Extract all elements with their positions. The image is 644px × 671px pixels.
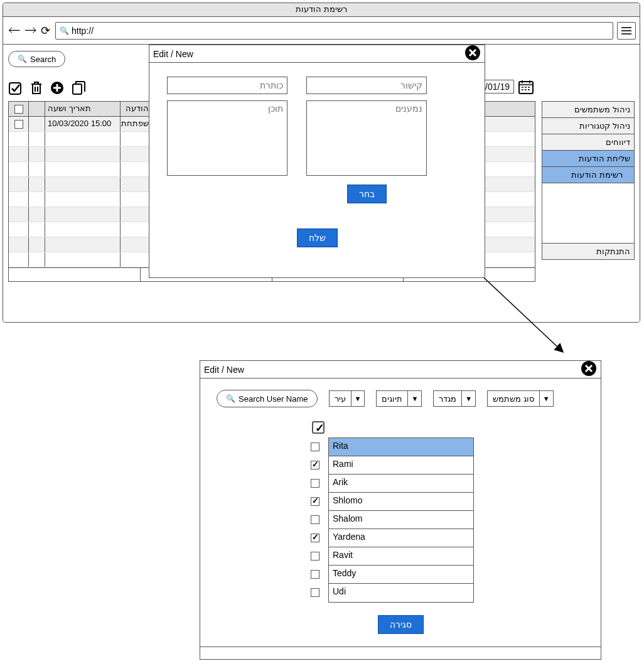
user-checkbox[interactable]	[311, 552, 319, 561]
search-placeholder: Search	[30, 55, 56, 64]
sidebar-item-message-list[interactable]: רשימת הודעות	[542, 167, 634, 183]
delete-icon[interactable]	[30, 80, 43, 95]
sidebar: ניהול משתמשים ניהול קטגוריות דיווחים שלי…	[542, 101, 635, 260]
back-icon[interactable]: 🡐	[7, 23, 22, 38]
user-row[interactable]: Teddy	[329, 566, 473, 584]
send-button[interactable]: שלח	[297, 228, 338, 247]
url-text: http://	[72, 26, 94, 36]
user-checkbox[interactable]	[311, 461, 319, 470]
select-all-checkbox[interactable]	[14, 105, 23, 114]
select-all-icon[interactable]	[8, 80, 23, 95]
app-window: רשימת הודעות 🡐 🡒 ⟳ 🔍 http:// 🔍 Search	[3, 3, 640, 323]
sidebar-item-reports[interactable]: דיווחים	[542, 134, 634, 151]
filter-tags[interactable]: תיוגים ▼	[376, 390, 422, 407]
recipients-input[interactable]	[306, 100, 427, 176]
user-row[interactable]: Arik	[329, 475, 473, 493]
body-input[interactable]	[167, 100, 287, 176]
user-checkbox[interactable]	[311, 515, 319, 524]
search-icon: 🔍	[226, 394, 235, 403]
user-checkbox[interactable]	[311, 570, 319, 579]
search-input[interactable]: 🔍 Search	[8, 51, 65, 67]
user-checkbox[interactable]	[311, 534, 319, 542]
window-title: רשימת הודעות	[3, 3, 640, 17]
url-bar[interactable]: 🔍 http://	[55, 22, 613, 40]
menu-icon[interactable]	[617, 22, 636, 40]
user-row[interactable]: Yardena	[329, 529, 473, 547]
forward-icon[interactable]: 🡒	[23, 23, 38, 38]
close-button[interactable]: סגירה	[378, 615, 424, 634]
browser-toolbar: 🡐 🡒 ⟳ 🔍 http://	[3, 17, 640, 45]
user-row[interactable]: Rami	[329, 456, 473, 475]
filter-usertype[interactable]: סוג משתמש ▼	[487, 390, 554, 407]
choose-button[interactable]: בחר	[347, 185, 387, 203]
modal-statusbar	[200, 647, 601, 659]
user-checkbox[interactable]	[311, 588, 319, 597]
chevron-down-icon: ▼	[407, 391, 421, 406]
reload-icon[interactable]: ⟳	[40, 24, 51, 38]
row-checkbox[interactable]	[14, 120, 23, 129]
user-checkbox[interactable]	[311, 497, 319, 506]
col-date: תאריך ושעה	[45, 102, 121, 116]
close-icon[interactable]	[581, 360, 597, 379]
user-row[interactable]: Udi	[329, 584, 473, 602]
modal-title-text: Edit / New	[204, 365, 244, 375]
sidebar-item-send-messages[interactable]: שליחת הודעות	[542, 151, 634, 167]
user-picker-modal: Edit / New 🔍 Search User Name עיר ▼ תיוג…	[200, 360, 601, 660]
user-row[interactable]: Shlomo	[329, 493, 473, 511]
sidebar-spacer	[542, 183, 634, 244]
sidebar-item-users[interactable]: ניהול משתמשים	[542, 102, 634, 118]
filter-city[interactable]: עיר ▼	[329, 390, 365, 407]
sidebar-item-categories[interactable]: ניהול קטגוריות	[542, 118, 634, 134]
copy-icon[interactable]	[71, 80, 87, 96]
select-all-checkbox[interactable]	[312, 421, 325, 434]
link-input[interactable]	[306, 77, 427, 94]
user-row[interactable]: Shalom	[329, 511, 473, 529]
calendar-icon[interactable]	[518, 78, 534, 95]
user-search-input[interactable]: 🔍 Search User Name	[217, 390, 318, 407]
search-icon: 🔍	[60, 26, 69, 35]
close-icon[interactable]	[464, 45, 481, 63]
chevron-down-icon: ▼	[461, 391, 475, 406]
col-status: הודעה	[121, 102, 152, 116]
user-list: RitaRamiArikShlomoShalomYardenaRavitTedd…	[328, 437, 474, 603]
sidebar-item-logout[interactable]: התנתקות	[542, 244, 634, 259]
user-checkbox[interactable]	[311, 443, 319, 451]
user-row[interactable]: Ravit	[329, 547, 473, 566]
chevron-down-icon: ▼	[539, 391, 553, 406]
modal-title-text: Edit / New	[153, 49, 193, 59]
search-icon: 🔍	[18, 55, 27, 63]
user-checkbox[interactable]	[311, 479, 319, 488]
subject-input[interactable]	[167, 77, 287, 94]
edit-modal: Edit / New בחר שלח	[149, 45, 485, 278]
add-icon[interactable]	[50, 80, 65, 95]
chevron-down-icon: ▼	[351, 391, 365, 406]
user-row[interactable]: Rita	[329, 438, 473, 456]
filter-gender[interactable]: מגדר ▼	[433, 390, 476, 407]
svg-rect-2	[73, 84, 82, 94]
